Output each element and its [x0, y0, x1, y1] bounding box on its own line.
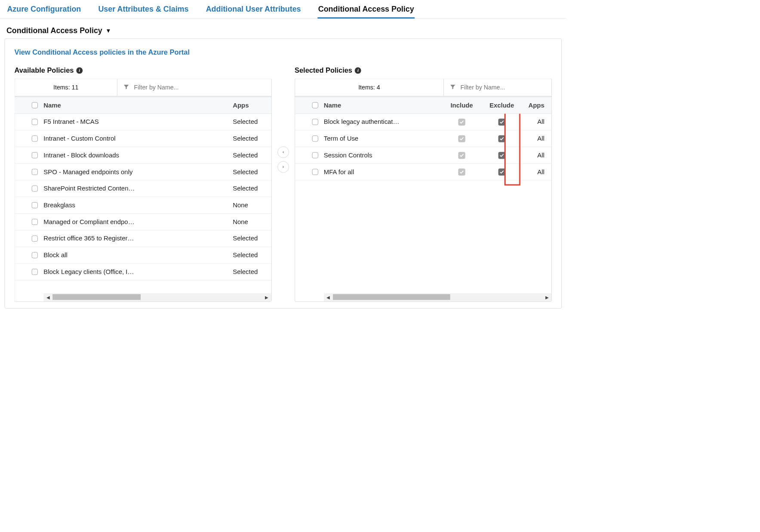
available-items-count: Items: 11	[15, 79, 117, 96]
row-name: SPO - Managed endpoints only	[43, 168, 233, 175]
table-row[interactable]: SPO - Managed endpoints onlySelected	[15, 164, 271, 181]
table-row[interactable]: Block legacy authenticat…All	[295, 114, 551, 130]
policy-panel: View Conditional Access policies in the …	[4, 38, 562, 308]
section-header[interactable]: Conditional Access Policy ▼	[0, 18, 566, 38]
section-title: Conditional Access Policy	[6, 26, 102, 35]
row-checkbox[interactable]	[32, 135, 38, 141]
row-apps: All	[523, 168, 551, 175]
row-name: Term of Use	[324, 135, 443, 142]
table-row[interactable]: SharePoint Restricted Conten…Selected	[15, 180, 271, 197]
row-apps: Selected	[233, 252, 271, 259]
caret-down-icon: ▼	[105, 28, 111, 34]
row-name: MFA for all	[324, 168, 443, 175]
tab-user-attributes-claims[interactable]: User Attributes & Claims	[98, 3, 189, 18]
filter-icon	[449, 83, 456, 92]
row-checkbox[interactable]	[32, 219, 38, 225]
row-checkbox[interactable]	[32, 119, 38, 125]
row-name: F5 Intranet - MCAS	[43, 118, 233, 126]
table-row[interactable]: Intranet - Block downloadsSelected	[15, 147, 271, 164]
row-name: Restrict office 365 to Register…	[43, 235, 233, 242]
table-row[interactable]: Block Legacy clients (Office, I…Selected	[15, 264, 271, 280]
row-apps: All	[523, 118, 551, 126]
table-row[interactable]: MFA for allAll	[295, 164, 551, 181]
selected-table-body: Block legacy authenticat…AllTerm of UseA…	[295, 114, 551, 293]
filter-icon	[123, 83, 129, 92]
view-in-azure-link[interactable]: View Conditional Access policies in the …	[15, 48, 190, 56]
row-name: Session Controls	[324, 151, 443, 159]
exclude-checkbox[interactable]	[498, 135, 505, 142]
row-apps: Selected	[233, 268, 271, 276]
available-policies-column: Available Policies i Items: 11	[15, 66, 272, 302]
available-select-all-checkbox[interactable]	[32, 102, 38, 108]
row-name: Breakglass	[43, 202, 233, 209]
row-checkbox[interactable]	[32, 202, 38, 208]
row-checkbox[interactable]	[32, 236, 38, 242]
include-checkbox[interactable]	[458, 118, 465, 125]
scroll-right-icon[interactable]: ▶	[262, 295, 271, 300]
available-header-apps[interactable]: Apps	[233, 101, 271, 109]
include-checkbox[interactable]	[458, 135, 465, 142]
row-apps: Selected	[233, 185, 271, 192]
available-header-name[interactable]: Name	[43, 101, 233, 109]
selected-header-include[interactable]: Include	[443, 101, 481, 109]
row-apps: Selected	[233, 151, 271, 159]
table-row[interactable]: Restrict office 365 to Register…Selected	[15, 231, 271, 247]
selected-filter-input[interactable]	[460, 84, 545, 91]
row-apps: Selected	[233, 118, 271, 126]
exclude-checkbox[interactable]	[498, 152, 505, 159]
info-icon[interactable]: i	[355, 67, 361, 74]
table-row[interactable]: Intranet - Custom ControlSelected	[15, 130, 271, 147]
selected-policies-list: Items: 4 Name Include Exclude A	[295, 79, 552, 302]
scroll-left-icon[interactable]: ◀	[324, 295, 333, 300]
scroll-right-icon[interactable]: ▶	[542, 295, 551, 300]
row-checkbox[interactable]	[32, 152, 38, 158]
row-name: Block all	[43, 252, 233, 259]
row-name: Managed or Compliant endpo…	[43, 218, 233, 225]
table-row[interactable]: F5 Intranet - MCASSelected	[15, 114, 271, 130]
row-checkbox[interactable]	[32, 185, 38, 191]
available-table-body[interactable]: F5 Intranet - MCASSelectedIntranet - Cus…	[15, 114, 271, 293]
selected-header-name[interactable]: Name	[324, 101, 443, 109]
table-row[interactable]: Managed or Compliant endpo…None	[15, 214, 271, 231]
include-checkbox[interactable]	[458, 168, 465, 175]
available-hscrollbar[interactable]: ◀ ▶	[43, 293, 271, 301]
tab-azure-configuration[interactable]: Azure Configuration	[6, 3, 82, 18]
tab-conditional-access-policy[interactable]: Conditional Access Policy	[317, 3, 415, 18]
available-filter-input[interactable]	[134, 84, 266, 91]
move-right-button[interactable]	[277, 161, 289, 173]
selected-policies-column: Selected Policies i Items: 4	[295, 66, 552, 302]
include-checkbox[interactable]	[458, 152, 465, 159]
table-row[interactable]: Block allSelected	[15, 247, 271, 264]
row-name: Intranet - Block downloads	[43, 151, 233, 159]
move-buttons	[277, 146, 289, 172]
row-name: SharePoint Restricted Conten…	[43, 185, 233, 192]
table-row[interactable]: BreakglassNone	[15, 197, 271, 214]
info-icon[interactable]: i	[76, 67, 83, 74]
scroll-left-icon[interactable]: ◀	[43, 295, 52, 300]
row-checkbox[interactable]	[312, 152, 318, 158]
row-name: Intranet - Custom Control	[43, 135, 233, 142]
move-left-button[interactable]	[277, 146, 289, 158]
selected-header-exclude[interactable]: Exclude	[481, 101, 523, 109]
table-row[interactable]: Term of UseAll	[295, 130, 551, 147]
selected-header-apps[interactable]: Apps	[523, 101, 551, 109]
row-apps: Selected	[233, 135, 271, 142]
selected-hscrollbar[interactable]: ◀ ▶	[324, 293, 551, 301]
row-apps: None	[233, 218, 271, 225]
row-checkbox[interactable]	[32, 169, 38, 175]
table-row[interactable]: Session ControlsAll	[295, 147, 551, 164]
exclude-checkbox[interactable]	[498, 168, 505, 175]
row-apps: Selected	[233, 235, 271, 242]
row-checkbox[interactable]	[312, 135, 318, 141]
selected-select-all-checkbox[interactable]	[312, 102, 318, 108]
exclude-checkbox[interactable]	[498, 118, 505, 125]
available-policies-title: Available Policies	[15, 66, 74, 74]
selected-items-count: Items: 4	[295, 79, 444, 96]
row-checkbox[interactable]	[312, 169, 318, 175]
row-apps: None	[233, 202, 271, 209]
row-checkbox[interactable]	[312, 119, 318, 125]
row-checkbox[interactable]	[32, 269, 38, 275]
tab-additional-user-attributes[interactable]: Additional User Attributes	[205, 3, 302, 18]
row-checkbox[interactable]	[32, 252, 38, 258]
row-name: Block Legacy clients (Office, I…	[43, 268, 233, 276]
